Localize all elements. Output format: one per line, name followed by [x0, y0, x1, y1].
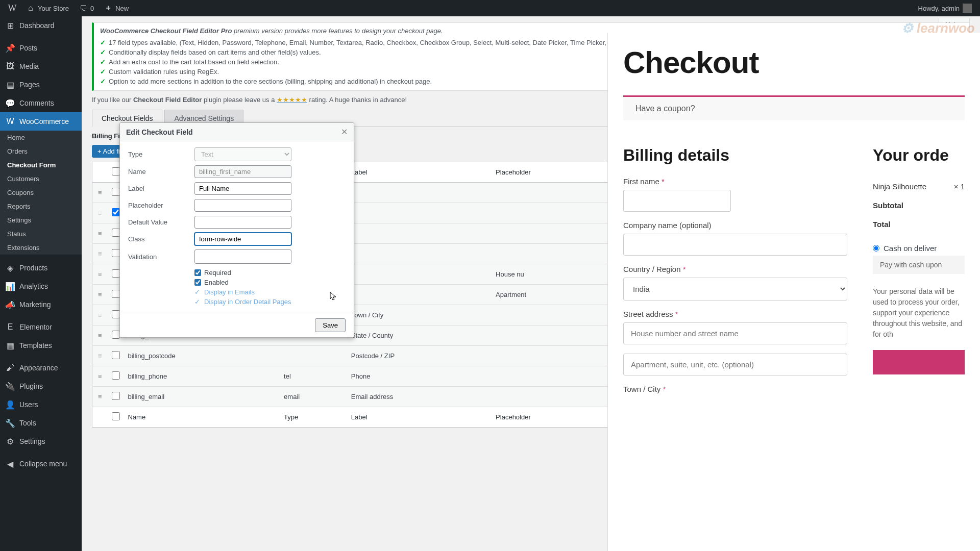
- preview-heading: Checkout: [623, 45, 965, 80]
- town-label: Town / City *: [623, 385, 847, 393]
- sub-settings[interactable]: Settings: [0, 213, 82, 227]
- row-checkbox[interactable]: [112, 351, 120, 359]
- placeholder-input[interactable]: [194, 199, 291, 212]
- drag-handle[interactable]: ≡: [92, 264, 108, 285]
- cod-desc: Pay with cash upon: [873, 256, 965, 274]
- sub-status[interactable]: Status: [0, 227, 82, 241]
- street1-input[interactable]: [623, 322, 847, 344]
- users-icon: 👤: [5, 399, 15, 410]
- sidebar-item-analytics[interactable]: 📊Analytics: [0, 277, 82, 295]
- class-input[interactable]: [194, 233, 291, 245]
- sub-orders[interactable]: Orders: [0, 144, 82, 158]
- drag-handle[interactable]: ≡: [92, 223, 108, 244]
- drag-handle[interactable]: ≡: [92, 325, 108, 346]
- comments-count: 0: [90, 5, 94, 12]
- cell-placeholder: [492, 203, 612, 223]
- save-button[interactable]: Save: [315, 318, 346, 332]
- validation-input[interactable]: [194, 249, 291, 264]
- comments-link[interactable]: 0: [75, 0, 98, 16]
- cod-radio[interactable]: [873, 245, 879, 252]
- drag-handle[interactable]: ≡: [92, 285, 108, 305]
- dashboard-icon: ⊞: [5, 20, 15, 31]
- avatar-icon: [963, 4, 972, 13]
- new-content-link[interactable]: New: [100, 0, 133, 16]
- cell-type: tel: [280, 366, 347, 387]
- sidebar-item-templates[interactable]: ▦Templates: [0, 336, 82, 355]
- place-order-button[interactable]: [873, 350, 965, 374]
- drag-handle[interactable]: ≡: [92, 203, 108, 223]
- payment-cod[interactable]: Cash on deliver: [873, 244, 965, 253]
- stars-link[interactable]: ★★★★★: [277, 96, 307, 104]
- cell-label: Town / City: [347, 305, 492, 325]
- sidebar-item-dashboard[interactable]: ⊞Dashboard: [0, 16, 82, 35]
- select-all-footer-checkbox[interactable]: [112, 412, 120, 420]
- row-checkbox[interactable]: [112, 331, 120, 339]
- sidebar-item-tools[interactable]: 🔧Tools: [0, 414, 82, 432]
- howdy-text: Howdy, admin: [918, 5, 960, 12]
- woo-icon: W: [5, 116, 15, 127]
- name-input: [194, 165, 291, 178]
- modal-close-button[interactable]: ✕: [341, 127, 348, 137]
- drag-handle[interactable]: ≡: [92, 183, 108, 203]
- cell-placeholder: [492, 366, 612, 387]
- site-name-link[interactable]: Your Store: [22, 0, 73, 16]
- sidebar-item-media[interactable]: 🖼Media: [0, 57, 82, 76]
- row-checkbox[interactable]: [112, 290, 120, 298]
- sidebar-item-appearance[interactable]: 🖌Appearance: [0, 359, 82, 377]
- row-checkbox[interactable]: [112, 371, 120, 380]
- default-value-input[interactable]: [194, 216, 291, 229]
- account-link[interactable]: Howdy, admin: [914, 0, 976, 16]
- products-icon: ◈: [5, 263, 15, 273]
- country-select[interactable]: India: [623, 278, 847, 300]
- drag-handle[interactable]: ≡: [92, 387, 108, 407]
- sidebar-item-plugins[interactable]: 🔌Plugins: [0, 377, 82, 395]
- sub-checkout-form[interactable]: Checkout Form: [0, 158, 82, 172]
- sub-reports[interactable]: Reports: [0, 199, 82, 213]
- privacy-note: Your personal data will be used to proce…: [873, 286, 965, 340]
- company-input[interactable]: [623, 234, 847, 256]
- sub-extensions[interactable]: Extensions: [0, 241, 82, 255]
- required-checkbox[interactable]: [194, 269, 201, 276]
- cell-label: Phone: [347, 366, 492, 387]
- enabled-checkbox[interactable]: [194, 279, 201, 286]
- first-name-input[interactable]: [623, 190, 731, 212]
- label-label: Label: [128, 185, 194, 192]
- sidebar-item-elementor[interactable]: EElementor: [0, 318, 82, 336]
- type-select: Text: [194, 147, 291, 161]
- drag-handle[interactable]: ≡: [92, 305, 108, 325]
- sidebar-item-marketing[interactable]: 📣Marketing: [0, 295, 82, 314]
- drag-handle[interactable]: ≡: [92, 366, 108, 387]
- coupon-box[interactable]: Have a coupon?: [623, 95, 965, 120]
- row-checkbox[interactable]: [112, 249, 120, 257]
- cell-label: Email address: [347, 387, 492, 407]
- sidebar-item-comments[interactable]: 💬Comments: [0, 94, 82, 112]
- sidebar-item-settings[interactable]: ⚙Settings: [0, 432, 82, 434]
- row-checkbox[interactable]: [112, 188, 120, 196]
- sub-customers[interactable]: Customers: [0, 172, 82, 186]
- row-checkbox[interactable]: [112, 269, 120, 278]
- cell-label: [347, 203, 492, 223]
- sub-coupons[interactable]: Coupons: [0, 186, 82, 199]
- appearance-icon: 🖌: [5, 363, 15, 373]
- label-input[interactable]: [194, 182, 291, 195]
- sidebar-item-woocommerce[interactable]: WWooCommerce: [0, 112, 82, 131]
- row-checkbox[interactable]: [112, 310, 120, 318]
- row-checkbox[interactable]: [112, 208, 120, 216]
- row-checkbox[interactable]: [112, 229, 120, 237]
- wp-logo[interactable]: [4, 0, 20, 16]
- sidebar-item-users[interactable]: 👤Users: [0, 395, 82, 414]
- cell-placeholder: [492, 387, 612, 407]
- street2-input[interactable]: [623, 354, 847, 375]
- sidebar-item-pages[interactable]: ▤Pages: [0, 76, 82, 94]
- sidebar-item-products[interactable]: ◈Products: [0, 259, 82, 277]
- row-checkbox[interactable]: [112, 392, 120, 400]
- drag-handle[interactable]: ≡: [92, 346, 108, 366]
- select-all-checkbox[interactable]: [112, 167, 120, 176]
- cell-name: billing_phone: [124, 366, 280, 387]
- validation-label: Validation: [128, 253, 194, 261]
- cell-type: email: [280, 387, 347, 407]
- sub-home[interactable]: Home: [0, 131, 82, 144]
- sidebar-item-posts[interactable]: 📌Posts: [0, 39, 82, 57]
- drag-handle[interactable]: ≡: [92, 244, 108, 264]
- cell-type: [280, 346, 347, 366]
